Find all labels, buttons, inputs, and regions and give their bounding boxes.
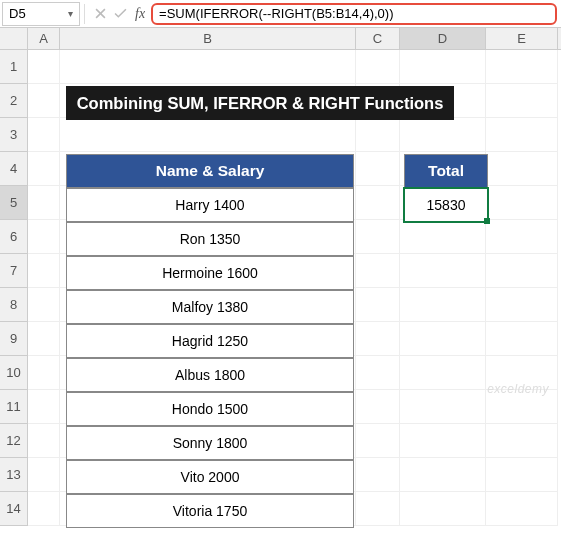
cell[interactable] bbox=[486, 186, 558, 220]
cell[interactable] bbox=[400, 152, 486, 186]
cell[interactable] bbox=[356, 288, 400, 322]
cell[interactable] bbox=[60, 220, 356, 254]
cell[interactable] bbox=[486, 84, 558, 118]
cell[interactable] bbox=[60, 254, 356, 288]
cell[interactable] bbox=[356, 424, 400, 458]
cell[interactable] bbox=[356, 458, 400, 492]
cell[interactable] bbox=[400, 424, 486, 458]
row-header[interactable]: 2 bbox=[0, 84, 28, 118]
row-header[interactable]: 9 bbox=[0, 322, 28, 356]
cell[interactable] bbox=[356, 356, 400, 390]
cell[interactable] bbox=[28, 186, 60, 220]
col-header-A[interactable]: A bbox=[28, 28, 60, 49]
row-header[interactable]: 10 bbox=[0, 356, 28, 390]
cell[interactable] bbox=[60, 390, 356, 424]
cell[interactable] bbox=[400, 254, 486, 288]
formula-text: =SUM(IFERROR(--RIGHT(B5:B14,4),0)) bbox=[159, 6, 393, 21]
cell[interactable] bbox=[28, 288, 60, 322]
row-header[interactable]: 14 bbox=[0, 492, 28, 526]
cell[interactable] bbox=[28, 84, 60, 118]
cell[interactable] bbox=[486, 220, 558, 254]
cell[interactable] bbox=[28, 458, 60, 492]
cell[interactable] bbox=[400, 288, 486, 322]
cell[interactable] bbox=[60, 458, 356, 492]
chevron-down-icon[interactable]: ▾ bbox=[68, 8, 73, 19]
name-box[interactable]: D5 ▾ bbox=[2, 2, 80, 26]
cell[interactable] bbox=[486, 424, 558, 458]
select-all-corner[interactable] bbox=[0, 28, 28, 49]
cell[interactable] bbox=[28, 390, 60, 424]
cell[interactable] bbox=[356, 84, 400, 118]
divider bbox=[84, 4, 85, 24]
col-header-D[interactable]: D bbox=[400, 28, 486, 49]
row-header[interactable]: 6 bbox=[0, 220, 28, 254]
cell[interactable] bbox=[60, 84, 356, 118]
cell[interactable] bbox=[486, 118, 558, 152]
cell[interactable] bbox=[28, 50, 60, 84]
cancel-icon[interactable] bbox=[95, 8, 106, 19]
worksheet: A B C D E 1 2 3 4 5 6 7 8 9 10 11 12 13 … bbox=[0, 28, 561, 526]
fx-icon[interactable]: fx bbox=[135, 6, 145, 22]
cell[interactable] bbox=[60, 186, 356, 220]
cell[interactable] bbox=[60, 118, 356, 152]
cell[interactable] bbox=[356, 254, 400, 288]
cell[interactable] bbox=[60, 322, 356, 356]
cell[interactable] bbox=[356, 152, 400, 186]
row-header[interactable]: 13 bbox=[0, 458, 28, 492]
col-header-C[interactable]: C bbox=[356, 28, 400, 49]
cell[interactable] bbox=[28, 220, 60, 254]
cell[interactable] bbox=[400, 356, 486, 390]
cell[interactable] bbox=[486, 492, 558, 526]
cell[interactable] bbox=[60, 288, 356, 322]
cell[interactable] bbox=[28, 356, 60, 390]
cell[interactable] bbox=[60, 152, 356, 186]
name-box-value: D5 bbox=[9, 6, 26, 21]
cell[interactable] bbox=[356, 50, 400, 84]
row-header[interactable]: 11 bbox=[0, 390, 28, 424]
cell[interactable] bbox=[28, 118, 60, 152]
cell[interactable] bbox=[400, 84, 486, 118]
cell[interactable] bbox=[60, 50, 356, 84]
cell[interactable] bbox=[400, 220, 486, 254]
formula-input[interactable]: =SUM(IFERROR(--RIGHT(B5:B14,4),0)) bbox=[151, 3, 557, 25]
row-header[interactable]: 1 bbox=[0, 50, 28, 84]
cell[interactable] bbox=[28, 424, 60, 458]
cell[interactable] bbox=[28, 254, 60, 288]
cell[interactable] bbox=[60, 356, 356, 390]
cell[interactable] bbox=[486, 152, 558, 186]
cell[interactable] bbox=[400, 50, 486, 84]
cell[interactable] bbox=[486, 458, 558, 492]
row-header[interactable]: 12 bbox=[0, 424, 28, 458]
cell[interactable] bbox=[60, 492, 356, 526]
row-header[interactable]: 4 bbox=[0, 152, 28, 186]
cell[interactable] bbox=[356, 322, 400, 356]
cell[interactable] bbox=[400, 492, 486, 526]
cell[interactable] bbox=[28, 152, 60, 186]
enter-icon[interactable] bbox=[114, 8, 127, 19]
cell[interactable] bbox=[400, 458, 486, 492]
cell[interactable] bbox=[486, 322, 558, 356]
formula-bar: D5 ▾ fx =SUM(IFERROR(--RIGHT(B5:B14,4),0… bbox=[0, 0, 561, 28]
cell[interactable] bbox=[356, 186, 400, 220]
row-header[interactable]: 8 bbox=[0, 288, 28, 322]
cell[interactable] bbox=[28, 492, 60, 526]
cell[interactable] bbox=[356, 492, 400, 526]
row-header[interactable]: 5 bbox=[0, 186, 28, 220]
cell[interactable] bbox=[486, 288, 558, 322]
cell[interactable] bbox=[60, 424, 356, 458]
cell[interactable] bbox=[356, 390, 400, 424]
cell[interactable] bbox=[400, 390, 486, 424]
cell[interactable] bbox=[400, 118, 486, 152]
row-header[interactable]: 3 bbox=[0, 118, 28, 152]
cell[interactable] bbox=[356, 118, 400, 152]
cell[interactable] bbox=[400, 186, 486, 220]
cell[interactable] bbox=[356, 220, 400, 254]
cell[interactable] bbox=[400, 322, 486, 356]
cell[interactable] bbox=[28, 322, 60, 356]
row-header[interactable]: 7 bbox=[0, 254, 28, 288]
cell[interactable] bbox=[486, 50, 558, 84]
watermark: exceldemy bbox=[487, 382, 549, 396]
cell[interactable] bbox=[486, 254, 558, 288]
col-header-E[interactable]: E bbox=[486, 28, 558, 49]
col-header-B[interactable]: B bbox=[60, 28, 356, 49]
